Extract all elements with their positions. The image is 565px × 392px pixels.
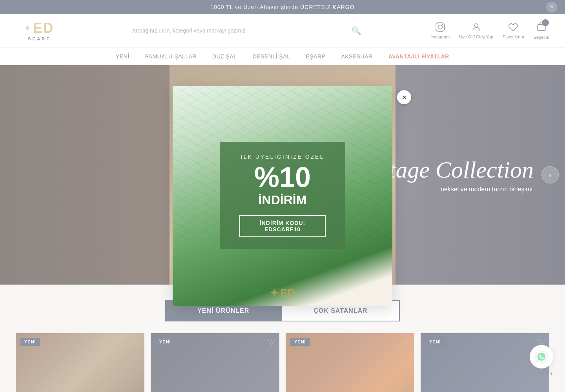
modal-indirim: İNDİRİM [239,193,326,207]
modal: İLK ÜYELİĞİNİZE ÖZEL %10 İNDİRİM İNDİRİM… [173,86,392,306]
modal-percent: %10 [239,163,326,191]
modal-close-button[interactable]: ✕ [397,90,411,104]
modal-logo-text: ED [280,287,295,299]
modal-container: İLK ÜYELİĞİNİZE ÖZEL %10 İNDİRİM İNDİRİM… [173,86,392,306]
modal-logo-icon: ✦ [270,287,279,299]
modal-code-label: İNDİRİM KODU: EDSCARF10 [260,220,305,232]
modal-image: İLK ÜYELİĞİNİZE ÖZEL %10 İNDİRİM İNDİRİM… [173,86,392,306]
modal-overlay: İLK ÜYELİĞİNİZE ÖZEL %10 İNDİRİM İNDİRİM… [0,0,565,392]
modal-title-small: İLK ÜYELİĞİNİZE ÖZEL [239,154,326,160]
modal-code-button[interactable]: İNDİRİM KODU: EDSCARF10 [239,215,326,237]
modal-logo-bottom: ✦ ED [270,287,295,299]
modal-discount-box: İLK ÜYELİĞİNİZE ÖZEL %10 İNDİRİM İNDİRİM… [220,142,345,249]
modal-close-icon: ✕ [402,94,407,101]
